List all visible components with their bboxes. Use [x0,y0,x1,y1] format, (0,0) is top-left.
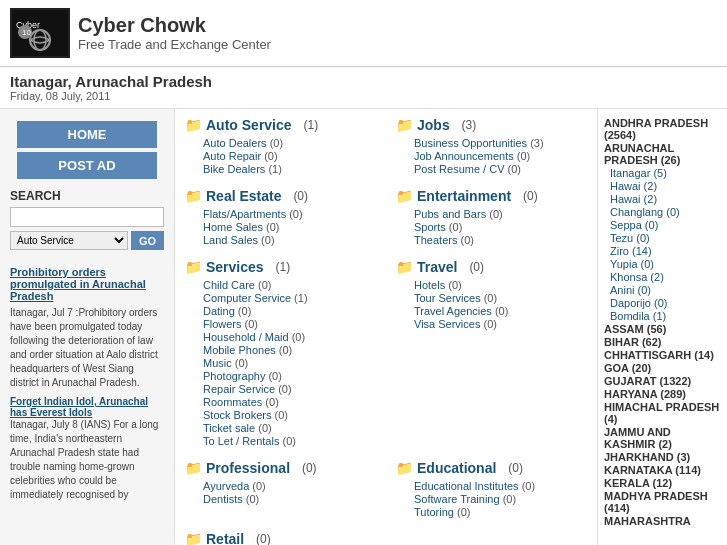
category-title-retail: 📁Retail (0) [185,531,376,545]
cat-item-link[interactable]: Auto Repair [203,150,261,162]
post-ad-button[interactable]: POST AD [17,152,157,179]
category-link-entertainment[interactable]: Entertainment [417,188,511,204]
city-link[interactable]: Daporijo (0) [610,297,667,309]
state-link[interactable]: ARUNACHAL PRADESH (26) [604,142,680,166]
state-link[interactable]: BIHAR (62) [604,336,661,348]
search-section: SEARCH Auto Service GO [0,183,174,256]
news-title-1[interactable]: Prohibitory orders promulgated in Arunac… [10,266,164,302]
city-link[interactable]: Tezu (0) [610,232,650,244]
city-item: Itanagar (5) [610,167,721,179]
city-item: Daporijo (0) [610,297,721,309]
cat-item-link[interactable]: Household / Maid [203,331,289,343]
cat-item-link[interactable]: Child Care [203,279,255,291]
right-sidebar: ANDHRA PRADESH (2564)ARUNACHAL PRADESH (… [597,109,727,545]
cat-item-link[interactable]: Theaters [414,234,457,246]
city-link[interactable]: Changlang (0) [610,206,680,218]
list-item: Auto Repair (0) [203,150,376,162]
city-link[interactable]: Itanagar (5) [610,167,667,179]
cat-item-count: (0) [279,344,292,356]
cat-item-link[interactable]: Post Resume / CV [414,163,504,175]
cat-item-link[interactable]: Ticket sale [203,422,255,434]
cat-item-link[interactable]: Roommates [203,396,262,408]
cat-item-link[interactable]: Auto Dealers [203,137,267,149]
cat-item-link[interactable]: Tutoring [414,506,454,518]
cat-item-link[interactable]: Educational Institutes [414,480,519,492]
cat-item-link[interactable]: Repair Service [203,383,275,395]
state-link[interactable]: ANDHRA PRADESH (2564) [604,117,708,141]
list-item: Computer Service (1) [203,292,376,304]
cat-item-link[interactable]: Photography [203,370,265,382]
list-item: Tutoring (0) [414,506,587,518]
category-link-retail[interactable]: Retail [206,531,244,545]
home-button[interactable]: HOME [17,121,157,148]
state-link[interactable]: JAMMU AND KASHMIR (2) [604,426,672,450]
city-link[interactable]: Khonsa (2) [610,271,664,283]
cat-item-link[interactable]: Computer Service [203,292,291,304]
left-sidebar: HOME POST AD SEARCH Auto Service GO Proh… [0,109,175,545]
cat-item-count: (0) [270,137,283,149]
cat-item-link[interactable]: Mobile Phones [203,344,276,356]
state-link[interactable]: HARYANA (289) [604,388,686,400]
cat-item-link[interactable]: Pubs and Bars [414,208,486,220]
state-link[interactable]: GUJARAT (1322) [604,375,691,387]
list-item: Post Resume / CV (0) [414,163,587,175]
cat-item-link[interactable]: To Let / Rentals [203,435,279,447]
state-link[interactable]: JHARKHAND (3) [604,451,690,463]
list-item: Photography (0) [203,370,376,382]
state-link[interactable]: ASSAM (56) [604,323,666,335]
search-go-button[interactable]: GO [131,231,164,250]
city-link[interactable]: Ziro (14) [610,245,652,257]
cat-item-link[interactable]: Flats/Apartments [203,208,286,220]
state-link[interactable]: KERALA (12) [604,477,672,489]
state-link[interactable]: GOA (20) [604,362,651,374]
state-link[interactable]: MADHYA PRADESH (414) [604,490,708,514]
category-block-services: 📁Services (1)Child Care (0)Computer Serv… [185,259,376,448]
city-item: Hawai (2) [610,193,721,205]
cat-item-link[interactable]: Software Training [414,493,500,505]
city-link[interactable]: Hawai (2) [610,193,657,205]
city-link[interactable]: Anini (0) [610,284,651,296]
city-link[interactable]: Seppa (0) [610,219,658,231]
state-link[interactable]: HIMACHAL PRADESH (4) [604,401,719,425]
cat-item-link[interactable]: Home Sales [203,221,263,233]
category-link-educational[interactable]: Educational [417,460,496,476]
state-link[interactable]: KARNATAKA (114) [604,464,701,476]
cat-item-link[interactable]: Ayurveda [203,480,249,492]
cat-item-link[interactable]: Visa Services [414,318,480,330]
cat-item-link[interactable]: Dating [203,305,235,317]
city-link[interactable]: Yupia (0) [610,258,654,270]
search-category-select[interactable]: Auto Service [10,231,128,250]
cat-item-link[interactable]: Hotels [414,279,445,291]
state-link[interactable]: CHHATTISGARH (14) [604,349,714,361]
category-block-educational: 📁Educational (0)Educational Institutes (… [396,460,587,519]
cat-item-link[interactable]: Sports [414,221,446,233]
news-body-1: Itanagar, Jul 7 :Prohibitory orders have… [10,306,164,390]
city-link[interactable]: Hawai (2) [610,180,657,192]
city-link[interactable]: Bomdila (1) [610,310,666,322]
logo-text: Cyber Chowk Free Trade and Exchange Cent… [78,14,271,52]
cat-item-link[interactable]: Business Opportunities [414,137,527,149]
state-link[interactable]: MAHARASHTRA [604,515,691,527]
category-title-travel: 📁Travel (0) [396,259,587,275]
cat-item-link[interactable]: Music [203,357,232,369]
category-link-professional[interactable]: Professional [206,460,290,476]
cat-item-count: (0) [238,305,251,317]
search-input[interactable] [10,207,164,227]
cat-item-link[interactable]: Dentists [203,493,243,505]
list-item: Sports (0) [414,221,587,233]
cat-item-link[interactable]: Land Sales [203,234,258,246]
category-link-auto-service[interactable]: Auto Service [206,117,292,133]
category-link-travel[interactable]: Travel [417,259,457,275]
cat-item-link[interactable]: Tour Services [414,292,481,304]
category-link-jobs[interactable]: Jobs [417,117,450,133]
cat-item-link[interactable]: Bike Dealers [203,163,265,175]
list-item: Auto Dealers (0) [203,137,376,149]
cat-item-link[interactable]: Flowers [203,318,242,330]
cat-item-link[interactable]: Stock Brokers [203,409,271,421]
cat-item-link[interactable]: Travel Agencies [414,305,492,317]
news-link-1[interactable]: Forget Indian Idol, Arunachal has Everes… [10,396,164,418]
svg-text:10: 10 [22,28,31,37]
category-link-services[interactable]: Services [206,259,264,275]
cat-item-link[interactable]: Job Announcements [414,150,514,162]
category-link-real-estate[interactable]: Real Estate [206,188,281,204]
